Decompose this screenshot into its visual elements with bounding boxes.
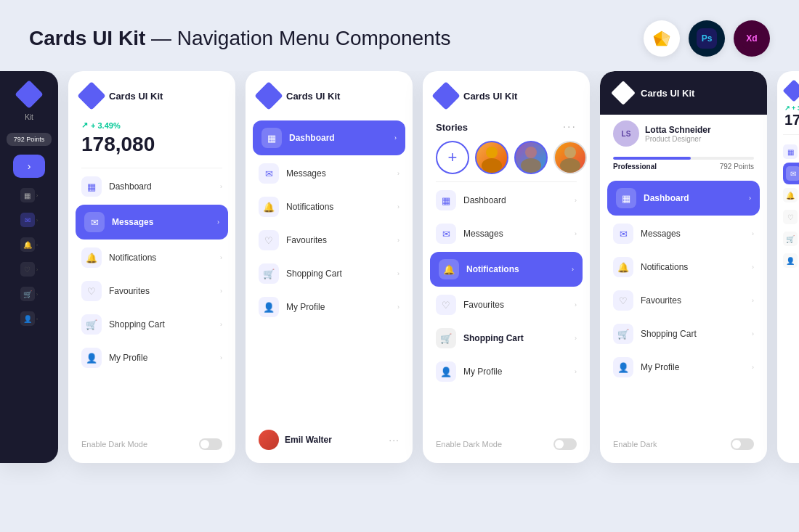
- card5-nav-fav[interactable]: ♡ Favourites ›: [600, 284, 767, 317]
- nav-chevron-profile3: ›: [397, 303, 400, 311]
- dark-mode-label: Enable Dark Mode: [81, 440, 147, 449]
- cards-container: Kit 792 Points › ▦ › ✉ › 🔔 › ♡ › 🛒 ›: [0, 71, 799, 485]
- card6-nav-notif[interactable]: 🔔 Noti..: [783, 184, 799, 206]
- card-5: Cards UI Kit LS Lotta Schneider Product …: [600, 71, 767, 463]
- sketch-tool-icon[interactable]: [644, 20, 680, 57]
- fav-icon5: ♡: [613, 290, 633, 311]
- story-add[interactable]: +: [436, 141, 469, 174]
- card5-header: Cards UI Kit: [600, 71, 767, 115]
- card4-nav-fav[interactable]: ♡ Favourites ›: [423, 288, 590, 322]
- card4-stories: Stories ··· +: [423, 115, 590, 180]
- card2-nav-profile[interactable]: 👤 My Profile ›: [68, 341, 235, 375]
- profile-icon: 👤: [81, 348, 102, 368]
- card2-nav-dashboard[interactable]: ▦ Dashboard ›: [68, 170, 235, 203]
- card3-nav-profile[interactable]: 👤 My Profile ›: [246, 290, 413, 324]
- card6-sep: [783, 134, 799, 135]
- card5-avatar: LS: [613, 120, 639, 147]
- nav-label-notif3: Notifications: [286, 202, 390, 212]
- svg-point-11: [560, 158, 580, 173]
- stories-row: +: [436, 141, 577, 174]
- nav-label-profile3: My Profile: [286, 302, 390, 312]
- nav-label-dashboard-active: Dashboard: [289, 133, 387, 143]
- card5-nav-notif[interactable]: 🔔 Notifications ›: [600, 250, 767, 284]
- card1-active-btn[interactable]: ›: [13, 155, 45, 178]
- nav-label-fav5: Favourites: [641, 295, 745, 306]
- card6-nav-profile[interactable]: 👤 My P..: [783, 250, 799, 271]
- card5-nav-dashboard[interactable]: ▦ Dashboard ›: [607, 181, 760, 216]
- card6-number: 178,0: [784, 112, 799, 128]
- toggle-knob: [200, 440, 209, 449]
- nav-chevron4: ›: [220, 321, 222, 328]
- dark-mode-toggle[interactable]: [199, 438, 222, 450]
- card3-brand: Cards UI Kit: [286, 91, 340, 102]
- card6-nav-dash[interactable]: ▦ Das..: [783, 141, 799, 163]
- card3-nav-messages[interactable]: ✉ Messages ›: [246, 157, 413, 190]
- nav-label-notif4: Notifications: [466, 264, 564, 274]
- card6-nav-msg[interactable]: ✉ Mes..: [783, 163, 799, 184]
- card5-logo: [613, 83, 633, 103]
- dark-mode-label4: Enable Dark Mode: [436, 440, 502, 449]
- nav-chev-profile5: ›: [752, 364, 754, 371]
- tool-icons-group: Ps Xd: [644, 20, 770, 57]
- nav-label-notif5: Notifications: [641, 262, 745, 272]
- toggle-knob5: [732, 440, 741, 449]
- progress-labels: Professional 792 Points: [613, 163, 754, 171]
- card5-nav-cart[interactable]: 🛒 Shopping Cart ›: [600, 317, 767, 351]
- stories-header: Stories ···: [436, 120, 577, 134]
- story-3[interactable]: [553, 141, 587, 174]
- card2-nav-messages[interactable]: ✉ Messages ›: [76, 205, 228, 240]
- card2-nav-cart[interactable]: 🛒 Shopping Cart ›: [68, 308, 235, 341]
- nav-chev-dash5: ›: [749, 195, 751, 202]
- dark-mode-toggle4[interactable]: [553, 438, 577, 450]
- card6-diamond: [782, 79, 799, 102]
- dashboard-icon: ▦: [81, 176, 102, 197]
- svg-point-7: [482, 158, 502, 173]
- card4-nav-dashboard[interactable]: ▦ Dashboard ›: [423, 184, 590, 217]
- card4-nav-profile[interactable]: 👤 My Profile ›: [423, 355, 590, 388]
- card5-dark-mode: Enable Dark: [613, 438, 754, 450]
- footer-avatar: [259, 430, 279, 450]
- nav-chev-fav5: ›: [752, 297, 754, 304]
- card2-stat-number: 178,080: [81, 133, 222, 156]
- card-1-partial: Kit 792 Points › ▦ › ✉ › 🔔 › ♡ › 🛒 ›: [0, 71, 58, 463]
- card4-nav-messages[interactable]: ✉ Messages ›: [423, 217, 590, 250]
- dark-mode-toggle5[interactable]: [731, 438, 754, 450]
- card4-sep: [436, 181, 577, 182]
- nav-chev-notif4: ›: [572, 266, 574, 273]
- story-1[interactable]: [475, 141, 508, 174]
- card2-nav-notif[interactable]: 🔔 Notifications ›: [68, 241, 235, 274]
- card3-header: Cards UI Kit: [246, 71, 413, 115]
- nav-label-notif: Notifications: [109, 253, 213, 263]
- card3-nav-fav[interactable]: ♡ Favourites ›: [246, 224, 413, 257]
- notif-icon4-active: 🔔: [439, 259, 459, 279]
- footer-dots: ···: [389, 434, 400, 446]
- card-6-partial: ↗+ 3.49% 178,0 ▦ Das.. ✉ Mes.. 🔔 Noti.. …: [777, 71, 799, 463]
- card5-nav-messages[interactable]: ✉ Messages ›: [600, 217, 767, 250]
- card5-progress: Professional 792 Points: [600, 157, 767, 178]
- nav-label-fav4: Favourites: [463, 300, 567, 310]
- card6-nav-cart[interactable]: 🛒 Shop..: [783, 228, 799, 250]
- nav-label-msg5: Messages: [641, 229, 745, 239]
- cart-icon: 🛒: [81, 314, 102, 335]
- card1-nav-cart: 🛒 ›: [20, 287, 38, 301]
- svg-point-10: [564, 147, 576, 158]
- card4-logo: [436, 86, 456, 106]
- photoshop-tool-icon[interactable]: Ps: [689, 20, 725, 57]
- ps-logo: Ps: [697, 28, 717, 49]
- nav-label-fav: Favourites: [109, 286, 213, 296]
- card1-nav-fav: ♡ ›: [20, 262, 38, 277]
- profile-icon4: 👤: [436, 361, 456, 382]
- card3-logo: [259, 86, 279, 106]
- stories-more[interactable]: ···: [563, 120, 577, 134]
- story-2[interactable]: [514, 141, 548, 174]
- card2-nav-fav[interactable]: ♡ Favourites ›: [68, 274, 235, 308]
- card6-nav-fav[interactable]: ♡ Favo..: [783, 206, 799, 228]
- card4-nav-notif[interactable]: 🔔 Notifications ›: [430, 252, 583, 287]
- card4-nav-cart[interactable]: 🛒 Shopping Cart ›: [423, 322, 590, 355]
- card1-nav-profile: 👤 ›: [20, 311, 38, 326]
- card3-nav-dashboard[interactable]: ▦ Dashboard ›: [253, 120, 405, 155]
- xd-tool-icon[interactable]: Xd: [734, 20, 770, 57]
- card3-nav-notif[interactable]: 🔔 Notifications ›: [246, 190, 413, 224]
- card5-nav-profile[interactable]: 👤 My Profile ›: [600, 351, 767, 384]
- card3-nav-cart[interactable]: 🛒 Shopping Cart ›: [246, 257, 413, 290]
